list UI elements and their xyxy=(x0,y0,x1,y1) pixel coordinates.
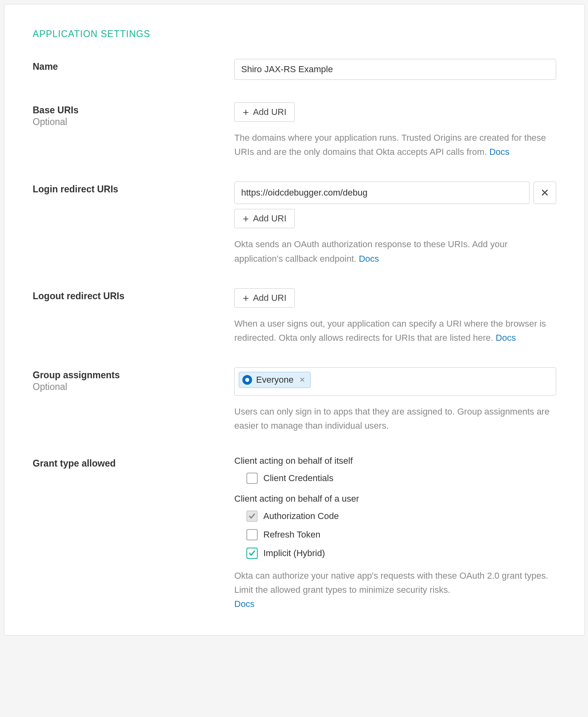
row-login-redirect: Login redirect URIs ✕ + Add URI Okta sen… xyxy=(33,181,556,265)
application-settings-panel: APPLICATION SETTINGS Name Base URIs Opti… xyxy=(4,4,585,636)
base-uris-help: The domains where your application runs.… xyxy=(234,131,556,159)
name-input[interactable] xyxy=(234,59,556,80)
group-icon xyxy=(242,375,252,385)
logout-redirect-help: When a user signs out, your application … xyxy=(234,317,556,345)
checkbox-client-credentials[interactable] xyxy=(246,473,258,484)
add-uri-label: Add URI xyxy=(253,107,286,117)
group-assignments-help: Users can only sign in to apps that they… xyxy=(234,404,556,433)
section-title: APPLICATION SETTINGS xyxy=(33,29,556,40)
base-uris-docs-link[interactable]: Docs xyxy=(489,147,509,157)
grant-type-help: Okta can authorize your native app's req… xyxy=(234,569,556,611)
checkbox-implicit-hybrid[interactable] xyxy=(246,548,258,559)
chip-remove-icon[interactable]: ✕ xyxy=(299,375,305,384)
close-icon: ✕ xyxy=(540,187,549,199)
login-redirect-docs-link[interactable]: Docs xyxy=(359,254,379,264)
implicit-label: Implicit (Hybrid) xyxy=(263,548,325,559)
base-uris-label: Base URIs xyxy=(33,105,234,116)
chip-label: Everyone xyxy=(256,375,294,385)
add-uri-label: Add URI xyxy=(253,213,286,224)
checkbox-refresh-token[interactable] xyxy=(246,529,258,540)
add-logout-uri-button[interactable]: + Add URI xyxy=(234,288,295,308)
group-assignments-input[interactable]: Everyone ✕ xyxy=(234,367,556,396)
row-name: Name xyxy=(33,59,556,80)
grant-user-heading: Client acting on behalf of a user xyxy=(234,494,556,504)
add-uri-label: Add URI xyxy=(253,293,286,303)
row-logout-redirect: Logout redirect URIs + Add URI When a us… xyxy=(33,288,556,345)
login-redirect-input[interactable] xyxy=(234,181,530,204)
login-redirect-help: Okta sends an OAuth authorization respon… xyxy=(234,237,556,265)
add-base-uri-button[interactable]: + Add URI xyxy=(234,102,295,122)
grant-self-heading: Client acting on behalf of itself xyxy=(234,456,556,466)
check-icon xyxy=(248,513,256,520)
base-uris-sublabel: Optional xyxy=(33,117,234,127)
remove-login-uri-button[interactable]: ✕ xyxy=(534,181,556,204)
client-credentials-label: Client Credentials xyxy=(263,473,334,484)
row-grant-type: Grant type allowed Client acting on beha… xyxy=(33,456,556,611)
logout-redirect-docs-link[interactable]: Docs xyxy=(496,333,516,343)
group-chip-everyone[interactable]: Everyone ✕ xyxy=(239,372,311,388)
logout-redirect-label: Logout redirect URIs xyxy=(33,291,234,302)
plus-icon: + xyxy=(243,293,249,303)
plus-icon: + xyxy=(243,107,249,117)
login-redirect-label: Login redirect URIs xyxy=(33,184,234,195)
authorization-code-label: Authorization Code xyxy=(263,511,339,521)
group-assignments-sublabel: Optional xyxy=(33,381,234,392)
grant-type-label: Grant type allowed xyxy=(33,458,234,469)
checkbox-authorization-code xyxy=(246,511,258,522)
grant-type-docs-link[interactable]: Docs xyxy=(234,599,254,609)
refresh-token-label: Refresh Token xyxy=(263,529,320,540)
row-group-assignments: Group assignments Optional Everyone ✕ Us… xyxy=(33,367,556,433)
add-login-uri-button[interactable]: + Add URI xyxy=(234,209,295,228)
check-icon xyxy=(248,550,256,557)
group-assignments-label: Group assignments xyxy=(33,370,234,381)
name-label: Name xyxy=(33,61,234,72)
plus-icon: + xyxy=(243,213,249,224)
row-base-uris: Base URIs Optional + Add URI The domains… xyxy=(33,102,556,159)
